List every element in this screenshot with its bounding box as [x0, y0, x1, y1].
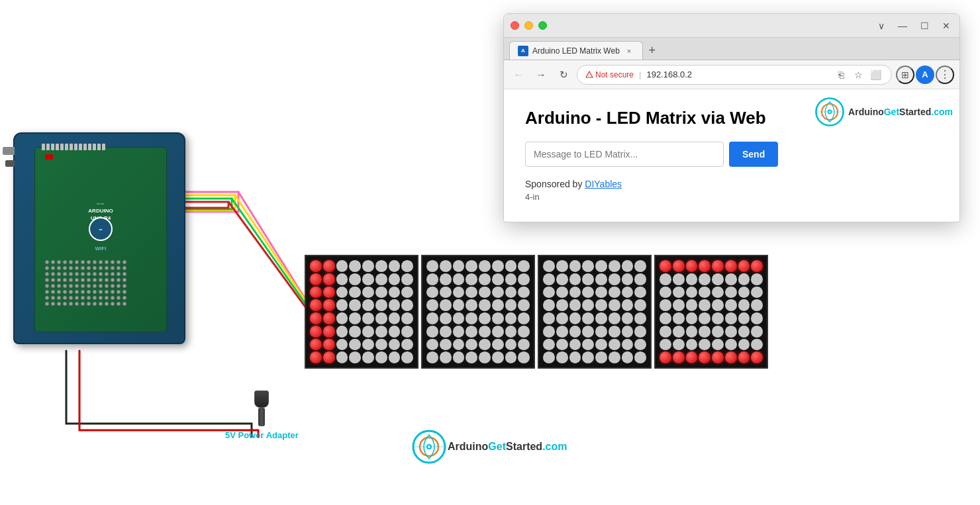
led-0-3-0: [310, 299, 322, 311]
led-0-4-3: [349, 312, 361, 324]
board-hole: [93, 278, 97, 282]
led-0-7-1: [323, 351, 335, 363]
led-2-1-6: [622, 273, 634, 285]
bookmark-icon[interactable]: ☆: [850, 67, 866, 83]
board-hole: [81, 272, 85, 276]
led-3-6-1: [673, 339, 685, 351]
led-0-4-5: [375, 312, 387, 324]
led-0-5-6: [389, 326, 401, 338]
led-3-0-5: [725, 260, 737, 272]
active-tab[interactable]: A Arduino LED Matrix Web ×: [509, 41, 643, 60]
led-3-3-4: [712, 299, 724, 311]
window-maximize-button[interactable]: [538, 21, 547, 30]
led-2-3-0: [543, 299, 555, 311]
led-3-3-0: [660, 299, 671, 311]
back-button[interactable]: ←: [509, 66, 528, 84]
matrix-panel-2: [538, 255, 652, 369]
board-hole: [105, 278, 109, 282]
diyables-link[interactable]: DIYables: [585, 179, 622, 189]
reset-button[interactable]: [45, 154, 53, 160]
window-minimize-icon[interactable]: —: [895, 19, 910, 32]
led-0-7-0: [310, 351, 322, 363]
tab-close-button[interactable]: ×: [624, 46, 634, 56]
forward-button[interactable]: →: [532, 66, 550, 84]
board-hole: [51, 296, 55, 300]
board-hole: [111, 266, 115, 270]
led-0-7-7: [401, 351, 413, 363]
led-0-1-4: [362, 273, 374, 285]
new-tab-button[interactable]: +: [643, 41, 662, 60]
board-hole: [122, 296, 126, 300]
window-close-button[interactable]: [511, 21, 519, 30]
board-pcb: ∞∞ ARDUINO UNO R4 ∞ WIFI: [34, 147, 167, 332]
extensions-button[interactable]: ⊞: [896, 66, 914, 84]
led-2-7-5: [609, 351, 620, 363]
board-hole: [105, 290, 109, 294]
led-0-1-7: [401, 273, 413, 285]
board-hole: [57, 278, 61, 282]
led-3-6-2: [686, 339, 698, 351]
board-hole: [87, 302, 91, 306]
window-close-icon[interactable]: ✕: [940, 19, 953, 32]
led-2-0-7: [634, 260, 646, 272]
board-hole: [69, 278, 73, 282]
led-0-6-6: [389, 339, 401, 351]
led-1-5-3: [466, 326, 477, 338]
board-hole: [105, 284, 109, 288]
led-2-2-5: [609, 287, 620, 298]
refresh-button[interactable]: ↻: [554, 66, 573, 84]
window-maximize-icon[interactable]: ☐: [918, 19, 932, 32]
led-0-1-3: [349, 273, 361, 285]
board-hole: [63, 296, 67, 300]
led-3-0-3: [699, 260, 710, 272]
window-minimize-button[interactable]: [524, 21, 533, 30]
led-1-4-0: [426, 312, 438, 324]
not-secure-indicator: ! Not secure: [585, 70, 634, 79]
led-0-1-1: [323, 273, 335, 285]
board-hole: [69, 296, 73, 300]
split-view-icon[interactable]: ⬜: [867, 67, 883, 83]
browser-toolbar-right: ⊞ A ⋮: [896, 66, 954, 84]
led-3-2-4: [712, 287, 724, 298]
led-0-2-2: [336, 287, 348, 298]
led-2-5-4: [595, 326, 607, 338]
more-options-button[interactable]: ⋮: [936, 66, 954, 84]
power-adapter-area: 5V Power Adapter: [225, 390, 299, 440]
led-2-5-1: [556, 326, 568, 338]
board-hole: [81, 260, 85, 264]
profile-button[interactable]: A: [916, 66, 934, 84]
send-button[interactable]: Send: [729, 142, 778, 167]
board-hole: [75, 290, 79, 294]
led-1-3-4: [479, 299, 491, 311]
window-chevron-button[interactable]: ∨: [875, 19, 887, 32]
led-2-1-1: [556, 273, 568, 285]
message-input[interactable]: [525, 142, 724, 167]
led-2-4-4: [595, 312, 607, 324]
led-2-1-5: [609, 273, 620, 285]
board-hole: [105, 260, 109, 264]
led-1-7-4: [479, 351, 491, 363]
board-hole: [105, 266, 109, 270]
led-3-2-2: [686, 287, 698, 298]
led-0-2-3: [349, 287, 361, 298]
led-3-6-7: [751, 339, 763, 351]
share-icon[interactable]: ⎗: [833, 67, 849, 83]
led-1-3-0: [426, 299, 438, 311]
board-hole: [63, 266, 67, 270]
board-hole: [93, 284, 97, 288]
led-3-0-2: [686, 260, 698, 272]
svg-text:!: !: [589, 73, 589, 77]
board-hole: [81, 290, 85, 294]
board-hole: [51, 284, 55, 288]
board-hole: [93, 266, 97, 270]
led-2-6-2: [569, 339, 581, 351]
led-0-6-3: [349, 339, 361, 351]
led-2-6-1: [556, 339, 568, 351]
led-0-3-1: [323, 299, 335, 311]
ags-brand-text-small: ArduinoGetStarted.com: [848, 107, 953, 117]
board-hole: [63, 290, 67, 294]
breadboard-holes: [45, 260, 128, 307]
board-hole: [99, 302, 103, 306]
address-bar[interactable]: ! Not secure | 192.168.0.2 ⎗ ☆ ⬜: [577, 65, 892, 85]
led-2-0-2: [569, 260, 581, 272]
